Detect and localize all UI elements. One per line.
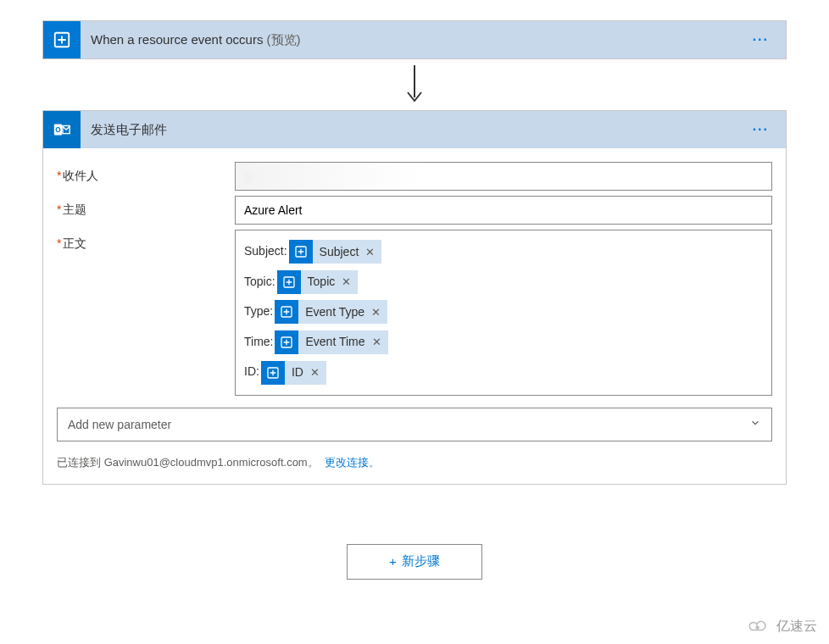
body-line-label: Type: <box>244 304 273 318</box>
outlook-icon: O <box>43 111 81 148</box>
token-remove-icon[interactable]: ✕ <box>371 299 381 325</box>
connector-arrow <box>42 59 787 110</box>
trigger-title-text: When a resource event occurs <box>91 32 263 47</box>
dynamic-token[interactable]: Subject✕ <box>289 240 382 264</box>
token-remove-icon[interactable]: ✕ <box>342 269 351 295</box>
dynamic-token[interactable]: Event Type✕ <box>275 300 387 324</box>
svg-text:O: O <box>55 126 61 134</box>
trigger-card[interactable]: When a resource event occurs (预览) ··· <box>42 20 787 59</box>
new-step-label: 新步骤 <box>402 553 440 569</box>
action-header[interactable]: O 发送电子邮件 ··· <box>43 111 786 148</box>
action-more-button[interactable]: ··· <box>746 122 776 137</box>
body-label: *正文 <box>57 230 235 252</box>
eventgrid-icon <box>289 240 313 264</box>
action-title: 发送电子邮件 <box>81 122 746 138</box>
change-connection-link[interactable]: 更改连接。 <box>325 456 380 469</box>
svg-point-10 <box>756 626 759 629</box>
watermark: 亿速云 <box>746 617 817 636</box>
token-text: Event Time <box>305 328 364 357</box>
token-text: Topic <box>308 268 336 297</box>
add-parameter-dropdown[interactable]: Add new parameter <box>57 408 772 441</box>
dynamic-token[interactable]: Event Time✕ <box>275 330 387 354</box>
recipients-input[interactable] <box>235 162 772 191</box>
eventgrid-icon <box>261 361 285 385</box>
body-editor[interactable]: Subject:Subject✕Topic:Topic✕Type:Event T… <box>235 230 772 396</box>
add-parameter-label: Add new parameter <box>68 418 171 431</box>
subject-input[interactable] <box>235 196 772 225</box>
dynamic-token[interactable]: ID✕ <box>261 361 326 385</box>
subject-label: *主题 <box>57 196 235 218</box>
new-step-button[interactable]: + 新步骤 <box>347 544 482 580</box>
token-text: Subject <box>320 238 359 267</box>
body-line-label: Subject: <box>244 244 287 258</box>
token-remove-icon[interactable]: ✕ <box>310 359 320 386</box>
eventgrid-icon <box>277 270 301 294</box>
token-remove-icon[interactable]: ✕ <box>365 239 375 265</box>
eventgrid-icon <box>43 21 81 58</box>
recipients-label: *收件人 <box>57 162 235 184</box>
eventgrid-icon <box>275 330 298 354</box>
token-text: ID <box>292 358 303 387</box>
connection-info: 已连接到 Gavinwu01@cloudmvp1.onmicrosoft.com… <box>57 455 772 470</box>
chevron-down-icon <box>749 417 761 431</box>
trigger-title: When a resource event occurs (预览) <box>81 32 746 48</box>
eventgrid-icon <box>275 300 298 324</box>
connected-account: Gavinwu01@cloudmvp1.onmicrosoft.com <box>104 456 308 469</box>
action-card: O 发送电子邮件 ··· *收件人 *主题 <box>42 110 787 485</box>
body-line-label: Time: <box>244 335 273 348</box>
trigger-title-suffix: (预览) <box>267 32 301 47</box>
body-line-label: ID: <box>244 364 259 378</box>
dynamic-token[interactable]: Topic✕ <box>277 270 359 294</box>
plus-icon: + <box>389 554 397 569</box>
trigger-more-button[interactable]: ··· <box>746 32 776 47</box>
token-remove-icon[interactable]: ✕ <box>372 329 381 355</box>
token-text: Event Type <box>305 298 364 327</box>
body-line-label: Topic: <box>244 275 275 288</box>
